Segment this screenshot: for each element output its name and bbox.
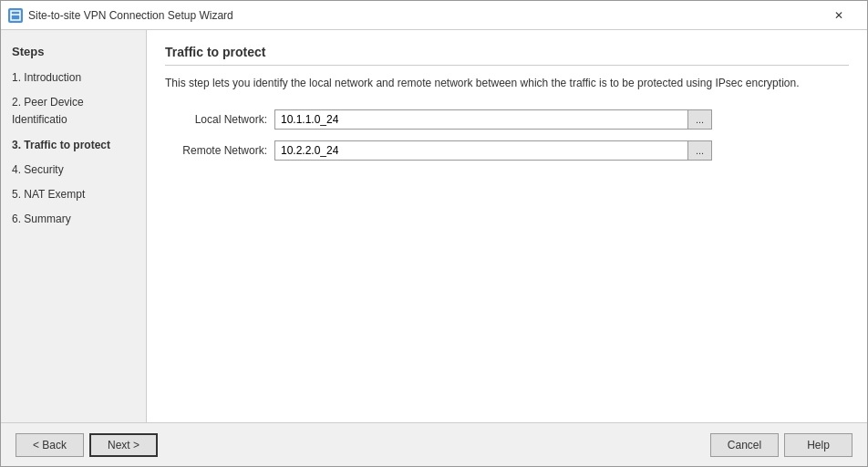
item-number: 3. bbox=[12, 139, 24, 151]
main-content: Steps 1. Introduction 2. Peer Device Ide… bbox=[1, 30, 867, 422]
app-icon bbox=[8, 8, 23, 23]
item-label: Traffic to protect bbox=[24, 139, 110, 151]
help-button[interactable]: Help bbox=[784, 433, 852, 457]
footer: < Back Next > Cancel Help bbox=[1, 422, 867, 466]
content-title: Traffic to protect bbox=[165, 45, 849, 66]
item-number: 4. bbox=[12, 163, 24, 176]
sidebar-item-nat[interactable]: 5. NAT Exempt bbox=[1, 182, 146, 207]
next-button[interactable]: Next > bbox=[89, 433, 158, 457]
svg-rect-0 bbox=[11, 11, 20, 20]
sidebar: Steps 1. Introduction 2. Peer Device Ide… bbox=[1, 30, 147, 422]
sidebar-item-traffic[interactable]: 3. Traffic to protect bbox=[1, 133, 146, 158]
sidebar-item-introduction[interactable]: 1. Introduction bbox=[1, 66, 146, 90]
item-number: 1. bbox=[12, 71, 24, 84]
local-network-label: Local Network: bbox=[165, 113, 274, 126]
sidebar-item-summary[interactable]: 6. Summary bbox=[1, 207, 146, 232]
sidebar-item-security[interactable]: 4. Security bbox=[1, 158, 146, 182]
item-label: Summary bbox=[24, 213, 70, 225]
steps-label: Steps bbox=[1, 45, 146, 66]
item-label: Introduction bbox=[24, 71, 81, 84]
wizard-window: Site-to-site VPN Connection Setup Wizard… bbox=[0, 0, 868, 467]
item-number: 6. bbox=[12, 213, 24, 225]
cancel-button[interactable]: Cancel bbox=[710, 433, 779, 457]
remote-network-input-group: ... bbox=[274, 140, 712, 161]
close-button[interactable]: ✕ bbox=[818, 1, 860, 30]
remote-network-label: Remote Network: bbox=[165, 144, 274, 157]
local-network-input-group: ... bbox=[274, 109, 712, 130]
local-network-row: Local Network: ... bbox=[165, 109, 849, 130]
content-description: This step lets you identify the local ne… bbox=[165, 75, 849, 91]
remote-network-row: Remote Network: ... bbox=[165, 140, 849, 161]
window-title: Site-to-site VPN Connection Setup Wizard bbox=[28, 9, 233, 22]
local-network-input[interactable] bbox=[274, 109, 688, 130]
footer-left-buttons: < Back Next > bbox=[16, 433, 158, 457]
remote-network-browse-button[interactable]: ... bbox=[688, 140, 712, 161]
back-button[interactable]: < Back bbox=[16, 433, 84, 457]
item-number: 5. bbox=[12, 188, 24, 201]
footer-right-buttons: Cancel Help bbox=[710, 433, 852, 457]
title-bar: Site-to-site VPN Connection Setup Wizard… bbox=[1, 1, 867, 30]
item-label: Security bbox=[24, 163, 63, 176]
local-network-browse-button[interactable]: ... bbox=[688, 109, 712, 130]
content-area: Traffic to protect This step lets you id… bbox=[147, 30, 867, 422]
title-bar-left: Site-to-site VPN Connection Setup Wizard bbox=[8, 8, 233, 23]
item-number: 2. bbox=[12, 96, 24, 109]
sidebar-item-peer[interactable]: 2. Peer Device Identificatio bbox=[1, 90, 146, 132]
item-label: NAT Exempt bbox=[24, 188, 85, 201]
remote-network-input[interactable] bbox=[274, 140, 688, 161]
